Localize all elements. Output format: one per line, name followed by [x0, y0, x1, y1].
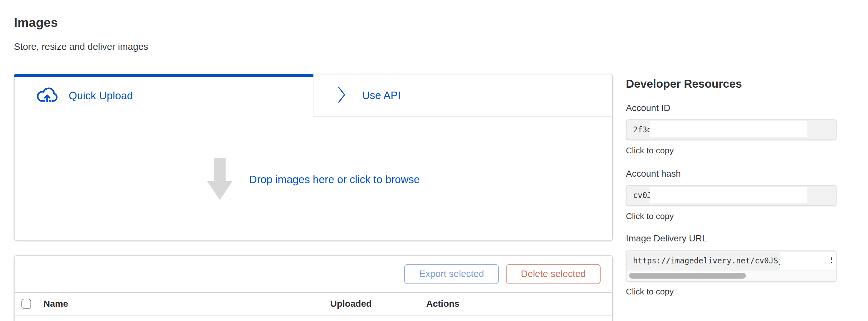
- image-delivery-url-label: Image Delivery URL: [626, 233, 707, 244]
- select-all-checkbox[interactable]: [21, 299, 31, 309]
- dropzone-label: Drop images here or click to browse: [249, 173, 420, 186]
- arrow-down-icon: [207, 158, 232, 201]
- page-header: Images: [14, 15, 58, 30]
- chevron-right-icon: [337, 86, 346, 105]
- cloud-upload-icon: [36, 87, 58, 105]
- developer-resources-title: Developer Resources: [626, 77, 742, 90]
- image-delivery-url-value: https://imagedelivery.net/cv0JSj: [633, 256, 783, 265]
- redaction-overlay: [650, 121, 807, 137]
- account-id-label: Account ID: [626, 103, 670, 113]
- account-id-copy-hint: Click to copy: [626, 146, 674, 156]
- account-id-field[interactable]: 2f3d: [626, 119, 837, 140]
- tab-use-api-label: Use API: [362, 89, 401, 102]
- column-header-name: Name: [43, 299, 68, 309]
- delete-selected-button[interactable]: Delete selected: [506, 264, 600, 284]
- account-hash-label: Account hash: [626, 169, 681, 179]
- column-header-actions: Actions: [426, 299, 460, 309]
- tab-quick-upload-label: Quick Upload: [69, 90, 133, 102]
- redaction-overlay: [650, 187, 807, 203]
- export-selected-button[interactable]: Export selected: [404, 264, 499, 284]
- partial-character: 2: [831, 256, 836, 268]
- tab-use-api[interactable]: Use API: [313, 74, 612, 117]
- tab-quick-upload[interactable]: Quick Upload: [14, 74, 313, 117]
- redaction-overlay: [780, 252, 836, 270]
- account-id-value: 2f3d: [633, 125, 652, 134]
- tab-strip: Quick Upload Use API: [14, 74, 612, 117]
- account-hash-value: cv0J: [633, 191, 652, 200]
- active-tab-indicator: [14, 74, 313, 77]
- horizontal-scrollbar-thumb[interactable]: [629, 273, 746, 279]
- horizontal-scrollbar: [626, 271, 836, 281]
- account-hash-copy-hint: Click to copy: [626, 211, 674, 221]
- image-dropzone[interactable]: Drop images here or click to browse: [14, 117, 612, 242]
- page-subtitle: Store, resize and deliver images: [14, 41, 148, 52]
- page-title: Images: [14, 15, 58, 30]
- column-header-uploaded: Uploaded: [330, 299, 372, 309]
- developer-resources-panel: Developer Resources Account ID 2f3d Clic…: [626, 0, 837, 321]
- bulk-actions-row: Export selected Delete selected: [14, 256, 612, 293]
- image-delivery-url-field[interactable]: https://imagedelivery.net/cv0JSj 2: [626, 250, 837, 282]
- table-header-row: Name Uploaded Actions: [14, 293, 612, 316]
- image-list-card: Export selected Delete selected Name Upl…: [14, 255, 613, 321]
- upload-card: Quick Upload Use API Drop images here or…: [14, 74, 613, 241]
- account-hash-field[interactable]: cv0J: [626, 185, 837, 206]
- image-delivery-url-copy-hint: Click to copy: [626, 287, 674, 297]
